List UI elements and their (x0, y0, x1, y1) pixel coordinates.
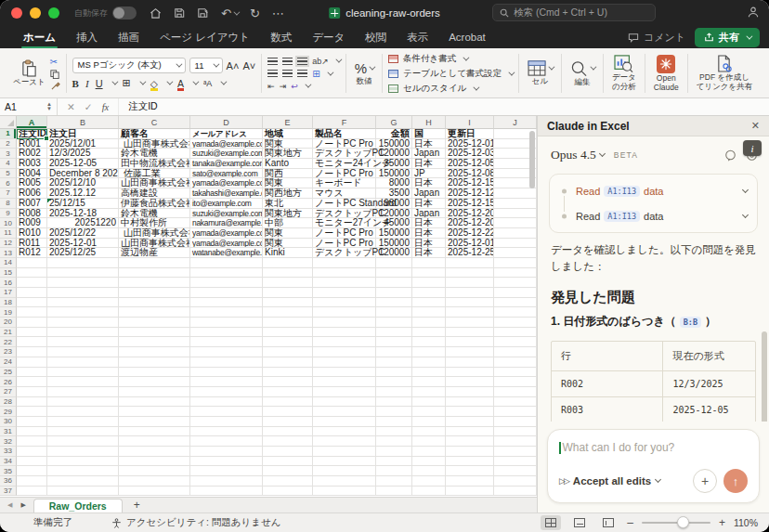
cell-A20[interactable] (17, 318, 47, 328)
cell-D21[interactable] (190, 328, 263, 338)
cell-B15[interactable] (47, 268, 119, 279)
cell-C29[interactable] (119, 407, 190, 417)
zoom-out-button[interactable]: – (627, 516, 633, 529)
row-number-32[interactable]: 32 (0, 436, 17, 447)
cell-E31[interactable] (263, 427, 313, 437)
row-number-22[interactable]: 22 (0, 337, 17, 347)
cell-B3[interactable]: 12/3/2025 (47, 149, 119, 159)
cell-I35[interactable] (446, 466, 494, 476)
cell-F13[interactable]: デスクトップPC (313, 248, 376, 258)
cell-I22[interactable] (446, 337, 494, 347)
decrease-font-icon[interactable]: A˅ (242, 60, 255, 71)
cell-J30[interactable] (494, 417, 537, 427)
cell-H10[interactable]: 日本 (412, 218, 446, 228)
cell-H13[interactable]: 日本 (412, 248, 446, 258)
decrease-indent-icon[interactable]: ⇤ (267, 82, 275, 91)
cell-H24[interactable] (412, 357, 446, 368)
cell-D8[interactable]: ito@example.com (190, 199, 263, 209)
cell-E15[interactable] (263, 268, 313, 279)
row-number-30[interactable]: 30 (0, 417, 17, 427)
font-size-select[interactable]: 11 (189, 58, 223, 73)
cell-E25[interactable] (263, 368, 313, 378)
claude-input-card[interactable]: What can I do for you? ▷▷ Accept all edi… (547, 429, 760, 503)
cell-C13[interactable]: 渡辺物産 (119, 248, 190, 258)
cell-G36[interactable] (376, 476, 412, 487)
formula-bar-value[interactable]: 注文ID (119, 100, 158, 113)
cell-D24[interactable] (190, 357, 263, 368)
prev-sheet-icon[interactable]: ◀ (7, 501, 12, 509)
cell-D32[interactable] (190, 436, 263, 447)
cell-A35[interactable] (17, 466, 47, 476)
panel-scrollbar[interactable] (762, 331, 767, 422)
autosave-toggle[interactable] (112, 6, 137, 19)
cell-C21[interactable] (119, 328, 190, 338)
cell-J15[interactable] (494, 268, 537, 279)
cell-G28[interactable] (376, 397, 412, 408)
cell-H22[interactable] (412, 337, 446, 347)
cell-G31[interactable] (376, 427, 412, 437)
cell-J34[interactable] (494, 457, 537, 467)
redo-icon[interactable]: ↻ (250, 6, 260, 20)
cell-A25[interactable] (17, 368, 47, 378)
cell-D27[interactable] (190, 387, 263, 397)
cell-J11[interactable] (494, 228, 537, 239)
cell-I25[interactable] (446, 368, 494, 378)
cell-J29[interactable] (494, 407, 537, 417)
cell-I2[interactable]: 2025-12-01 (446, 139, 494, 149)
cell-E24[interactable] (263, 357, 313, 368)
cell-I27[interactable] (446, 387, 494, 397)
cell-D37[interactable] (190, 487, 263, 497)
select-all-corner[interactable] (0, 116, 17, 129)
cell-B24[interactable] (47, 357, 119, 368)
cell-G10[interactable]: 45000 (376, 218, 412, 228)
cell-I36[interactable] (446, 476, 494, 487)
cell-H23[interactable] (412, 347, 446, 357)
column-header-E[interactable]: E (263, 116, 313, 129)
cell-F20[interactable] (313, 318, 376, 328)
cell-E16[interactable] (263, 278, 313, 288)
cell-J25[interactable] (494, 368, 537, 378)
cell-E19[interactable] (263, 307, 313, 318)
cell-E20[interactable] (263, 318, 313, 328)
column-header-A[interactable]: A (17, 116, 47, 129)
column-header-H[interactable]: H (412, 116, 446, 129)
column-header-D[interactable]: D (190, 116, 263, 129)
paste-button[interactable]: ペースト (10, 59, 48, 87)
cell-B9[interactable]: 2025-12-18 (47, 209, 119, 219)
undo-chevron-icon[interactable] (233, 8, 240, 15)
row-number-31[interactable]: 31 (0, 427, 17, 437)
cell-I29[interactable] (446, 407, 494, 417)
cell-H15[interactable] (412, 268, 446, 279)
cell-E29[interactable] (263, 407, 313, 417)
cell-I1[interactable]: 更新日 (446, 129, 494, 139)
next-sheet-icon[interactable]: ▶ (20, 501, 25, 509)
cell-J7[interactable] (494, 188, 537, 199)
cell-C10[interactable]: 中村製作所 (119, 218, 190, 228)
cell-A19[interactable] (17, 307, 47, 318)
cell-I13[interactable]: 2025-12-25 (446, 248, 494, 258)
cell-D12[interactable]: yamada@example.com (190, 239, 263, 249)
cell-G25[interactable] (376, 368, 412, 378)
cell-C2[interactable]: 山田商事株式会社 (119, 139, 190, 149)
cell-I7[interactable]: 2025-12-12 (446, 188, 494, 199)
zoom-in-button[interactable]: + (719, 516, 725, 529)
cell-G21[interactable] (376, 328, 412, 338)
cell-H16[interactable] (412, 278, 446, 288)
cell-B22[interactable] (47, 337, 119, 347)
cell-E3[interactable]: 関東地方 (263, 149, 313, 159)
cell-G8[interactable]: 98000 (376, 199, 412, 209)
cell-D30[interactable] (190, 417, 263, 427)
cell-E7[interactable]: 関西地方 (263, 188, 313, 199)
cell-E34[interactable] (263, 457, 313, 467)
cell-C37[interactable] (119, 487, 190, 497)
pdf-share-button[interactable]: PDF を作成してリンクを共有 (694, 55, 756, 92)
copy-icon[interactable] (50, 70, 60, 79)
cell-I28[interactable] (446, 397, 494, 408)
cell-G11[interactable]: 150000 (376, 228, 412, 239)
active-cell-selection[interactable] (17, 129, 47, 139)
cell-J9[interactable] (494, 209, 537, 219)
row-number-1[interactable]: 1 (0, 129, 17, 139)
tool-call-row[interactable]: ReadA1:I13data (559, 178, 748, 203)
cell-C33[interactable] (119, 447, 190, 457)
cell-A17[interactable] (17, 288, 47, 298)
